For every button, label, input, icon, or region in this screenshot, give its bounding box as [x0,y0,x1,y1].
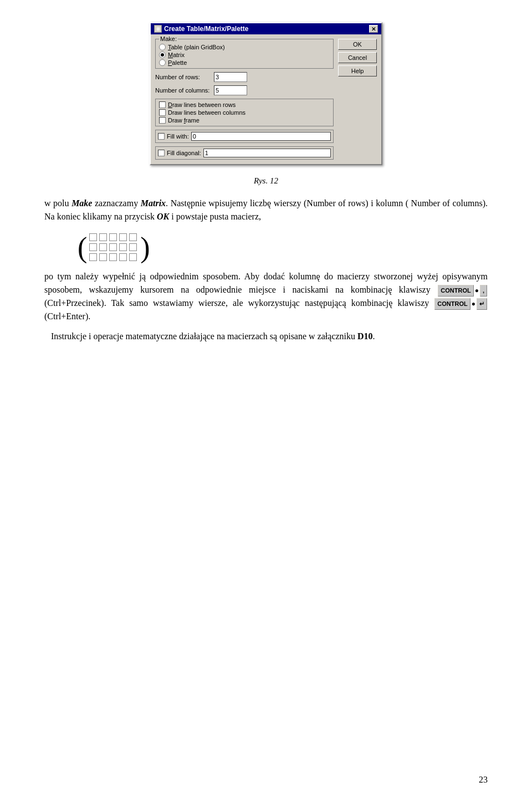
cols-input[interactable] [214,85,247,95]
radio-palette[interactable]: Palette [159,59,330,66]
cb-draw-lines-cols-label: Draw lines between columns [168,109,245,116]
cancel-button[interactable]: Cancel [338,52,377,63]
cb-draw-frame-label: Draw frame [168,117,200,124]
cell-0-2 [109,233,117,241]
radio-group: Table (plain GridBox) Matrix Palette [159,42,330,66]
radio-matrix[interactable]: Matrix [159,52,330,58]
matrix-cells-grid [89,233,138,262]
fill-diagonal-label: Fill diagonal: [167,150,201,156]
key-dot-separator-1: ● [475,285,479,295]
cell-1-4 [129,243,137,251]
help-button[interactable]: Help [338,65,377,76]
comma-key-badge: , [480,285,487,297]
cell-0-0 [89,233,97,241]
cell-1-2 [109,243,117,251]
cb-draw-lines-rows-box[interactable] [159,101,166,108]
fill-diagonal-input[interactable] [203,149,331,157]
fill-with-input[interactable] [191,132,331,141]
cell-2-2 [109,253,117,261]
rows-field-row: Number of rows: [155,72,334,82]
figure-caption: Rys. 12 [44,176,488,186]
radio-matrix-label: Matrix [168,52,185,58]
enter-key-badge: ↵ [477,298,487,310]
fill-with-row: Fill with: [155,130,334,143]
cb-draw-frame[interactable]: Draw frame [159,117,330,124]
control-key-badge-1: CONTROL [438,285,473,297]
titlebar-left: ⊞ Create Table/Matrix/Palette [154,25,249,33]
cell-0-4 [129,233,137,241]
radio-table[interactable]: Table (plain GridBox) [159,44,330,50]
cell-0-3 [119,233,127,241]
control-key-badge-2: CONTROL [434,298,470,310]
ok-word: OK [157,212,169,221]
cols-label: Number of columns: [155,87,211,94]
checkbox-group: Draw lines between rows Draw lines betwe… [155,99,334,126]
dialog-title: Create Table/Matrix/Palette [164,25,249,33]
radio-matrix-circle[interactable] [159,52,166,58]
radio-palette-circle[interactable] [159,59,166,66]
cols-field-row: Number of columns: [155,85,334,95]
cell-2-3 [119,253,127,261]
make-group: Make: Table (plain GridBox) Matrix [155,39,334,69]
cb-draw-frame-box[interactable] [159,117,166,124]
page-number: 23 [479,775,488,785]
dialog-body: Make: Table (plain GridBox) Matrix [151,34,381,164]
ok-button[interactable]: OK [338,39,377,50]
rows-input[interactable] [214,72,247,82]
cb-draw-lines-rows-label: Draw lines between rows [168,101,236,108]
paragraph-1: w polu Make zaznaczamy Matrix. Następnie… [44,197,488,223]
rows-label: Number of rows: [155,74,211,80]
matrix-word: Matrix [141,198,166,208]
fill-diagonal-row: Fill diagonal: [155,146,334,160]
matrix-display: ( ) [78,230,488,265]
cell-1-3 [119,243,127,251]
cb-draw-lines-rows[interactable]: Draw lines between rows [159,101,330,108]
cell-2-4 [129,253,137,261]
cell-1-1 [99,243,107,251]
fill-with-checkbox[interactable] [158,133,165,140]
cell-0-1 [99,233,107,241]
fill-with-label: Fill with: [167,133,189,140]
paragraph-3: Instrukcje i operacje matematyczne dział… [44,330,488,343]
bracket-left: ( [78,233,87,262]
make-word: Make [71,198,92,208]
cell-2-0 [89,253,97,261]
dialog-icon: ⊞ [154,25,162,33]
paragraph-2: po tym należy wypełnić ją odpowiednim sp… [44,270,488,323]
make-label: Make: [159,35,178,42]
radio-palette-label: Palette [168,59,187,66]
fill-diagonal-checkbox[interactable] [158,150,165,156]
cb-draw-lines-cols[interactable]: Draw lines between columns [159,109,330,116]
cell-1-0 [89,243,97,251]
dialog-titlebar: ⊞ Create Table/Matrix/Palette ✕ [151,23,381,34]
create-table-dialog: ⊞ Create Table/Matrix/Palette ✕ Make: Ta… [150,22,382,165]
dialog-left-panel: Make: Table (plain GridBox) Matrix [155,39,334,160]
dialog-container: ⊞ Create Table/Matrix/Palette ✕ Make: Ta… [44,22,488,165]
bracket-right: ) [140,233,150,262]
matrix-visual: ( ) [78,233,150,262]
radio-table-circle[interactable] [159,44,166,50]
radio-table-label: Table (plain GridBox) [168,44,225,50]
appendix-ref: D10 [357,331,373,341]
cb-draw-lines-cols-box[interactable] [159,109,166,116]
dialog-right-panel: OK Cancel Help [338,39,377,160]
dialog-close-button[interactable]: ✕ [369,25,378,33]
cell-2-1 [99,253,107,261]
key-dot-separator-2: ● [472,299,475,309]
